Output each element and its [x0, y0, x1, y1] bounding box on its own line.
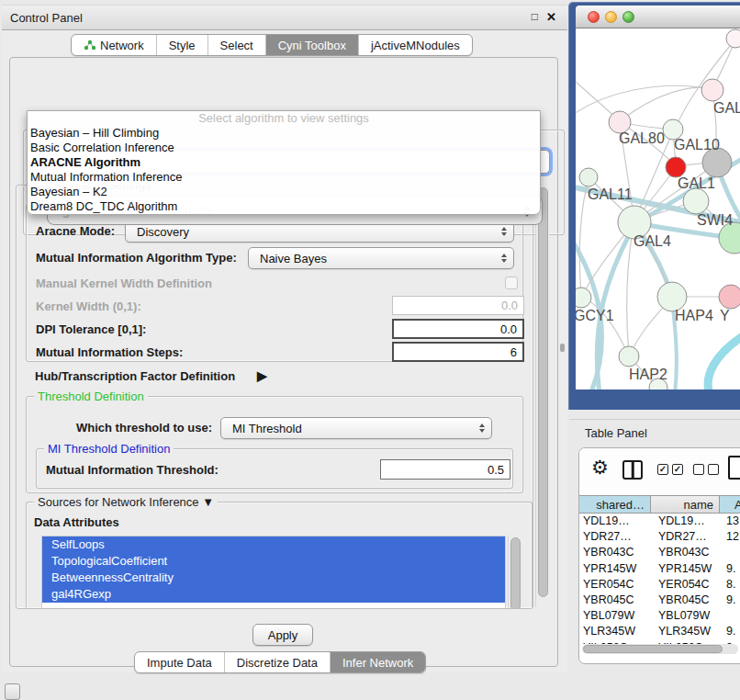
- cyni-toolbox-panel: Inference Algorithm gal-filtered sif def…: [9, 57, 558, 667]
- list-item-selfloops[interactable]: SelfLoops: [42, 536, 505, 553]
- gear-icon[interactable]: ⚙: [591, 457, 609, 479]
- float-window-icon[interactable]: □: [532, 10, 538, 23]
- menu-item-bayesian-hill-climbing[interactable]: Bayesian – Hill Climbing: [28, 126, 540, 141]
- tab-jactivemnodules[interactable]: jActiveMNodules: [359, 35, 472, 55]
- control-panel-window: Control Panel □ ✕ Network Style Select C…: [2, 5, 567, 672]
- tab-infer-network[interactable]: Infer Network: [331, 652, 425, 672]
- cell: YDL19…: [651, 514, 720, 529]
- columns-icon[interactable]: [622, 460, 643, 480]
- network-window-titlebar: [576, 6, 740, 28]
- apply-button[interactable]: Apply: [252, 624, 313, 646]
- menu-item-basic-correlation[interactable]: Basic Correlation Inference: [28, 141, 540, 155]
- cell: YDR27…: [579, 529, 651, 545]
- manual-kernel-checkbox[interactable]: [505, 277, 518, 289]
- node-label: SWI4: [697, 212, 733, 229]
- splitter-grip[interactable]: [560, 344, 565, 352]
- cell: YLR345W: [579, 624, 651, 639]
- tab-jactivemnodules-label: jActiveMNodules: [371, 39, 460, 52]
- mutual-info-threshold-field[interactable]: 0.5: [380, 459, 510, 480]
- list-item-betweennesscentrality[interactable]: BetweennessCentrality: [42, 570, 505, 586]
- mi-algorithm-type-label: Mutual Information Algorithm Type:: [36, 251, 237, 265]
- data-attributes-label: Data Attributes: [34, 515, 119, 529]
- cell: YLR345W: [651, 624, 720, 639]
- chevron-updown-icon: [501, 227, 507, 236]
- table-row[interactable]: YBR045CYBR045C9.: [579, 593, 740, 608]
- column-header-name[interactable]: name: [651, 496, 720, 513]
- tab-select[interactable]: Select: [208, 35, 266, 55]
- table-row[interactable]: YBR043CYBR043C: [579, 545, 740, 560]
- network-node-gcy1[interactable]: [576, 288, 591, 308]
- network-node-selected-red[interactable]: [666, 157, 686, 177]
- table-row[interactable]: YER054CYER054C8.: [579, 577, 740, 593]
- mi-steps-field[interactable]: 6: [392, 342, 524, 362]
- network-node-gal11[interactable]: [579, 168, 598, 186]
- cell: YER054C: [651, 577, 720, 593]
- dpi-tolerance-label: DPI Tolerance [0,1]:: [36, 322, 146, 336]
- collapsed-arrow-icon[interactable]: ▶: [257, 368, 267, 383]
- network-node[interactable]: [726, 29, 740, 48]
- table-row[interactable]: YBL079WYBL079W: [579, 608, 740, 624]
- table-row[interactable]: YPR145WYPR145W9.: [579, 561, 740, 577]
- cell: YDL19…: [579, 514, 651, 529]
- column-header-shared-name[interactable]: shared…: [579, 496, 651, 513]
- network-node-gal1[interactable]: [683, 188, 709, 214]
- kernel-width-value: 0.0: [501, 299, 518, 312]
- node-label: HAP2: [629, 367, 667, 383]
- cyni-algorithm-settings-group: Cyni Algorithm Settings Algorithm Defini…: [16, 185, 533, 609]
- table-row[interactable]: YDL19…YDL19…13: [579, 514, 740, 529]
- zoom-traffic-light[interactable]: [622, 11, 634, 23]
- cell: 8.: [720, 577, 740, 593]
- cell: [720, 545, 740, 560]
- table-row[interactable]: YLR345WYLR345W9.: [579, 624, 740, 639]
- sources-group-label: Sources for Network Inference ▼: [34, 495, 218, 509]
- tab-impute-data[interactable]: Impute Data: [135, 652, 225, 672]
- menu-item-bayesian-k2[interactable]: Bayesian – K2: [28, 185, 540, 199]
- menu-item-dream8[interactable]: Dream8 DC_TDC Algorithm: [28, 199, 540, 214]
- expanded-arrow-icon[interactable]: ▼: [202, 495, 214, 509]
- cell: 12: [720, 529, 740, 545]
- network-node[interactable]: [701, 79, 723, 101]
- table-header-row: shared… name A: [579, 495, 740, 514]
- data-attributes-list[interactable]: SelfLoops TopologicalCoefficient Between…: [41, 536, 506, 609]
- tab-discretize-data-label: Discretize Data: [237, 656, 318, 670]
- minimize-traffic-light[interactable]: [605, 11, 617, 23]
- list-item-topologicalcoefficient[interactable]: TopologicalCoefficient: [42, 553, 505, 570]
- list-item-gal4rgexp[interactable]: gal4RGexp: [42, 586, 505, 603]
- tab-discretize-data[interactable]: Discretize Data: [225, 652, 331, 672]
- network-canvas[interactable]: GAL GAL80 GAL10 GAL11 GAL1 SWI4 GAL4 GCY…: [576, 28, 740, 390]
- mutual-info-threshold-value: 0.5: [488, 463, 504, 477]
- unchecked-checkbox-icon[interactable]: [708, 464, 719, 475]
- cell: YPR145W: [579, 561, 651, 577]
- dropdown-placeholder: Select algorithm to view settings: [28, 111, 540, 126]
- kernel-width-field[interactable]: 0.0: [392, 296, 524, 315]
- checked-checkbox-icon[interactable]: ✓: [672, 464, 683, 475]
- cell: YBL079W: [579, 608, 651, 624]
- table-horizontal-scrollbar[interactable]: [582, 644, 738, 654]
- menu-item-aracne[interactable]: ARACNE Algorithm: [28, 155, 540, 170]
- chevron-updown-icon: [501, 254, 507, 263]
- node-label: HAP4: [675, 308, 713, 324]
- bottom-tab-bar: Impute Data Discretize Data Infer Networ…: [134, 651, 426, 673]
- tab-style[interactable]: Style: [157, 35, 208, 55]
- menu-item-mutual-information[interactable]: Mutual Information Inference: [28, 170, 540, 185]
- mi-algorithm-type-combobox[interactable]: Naive Bayes: [248, 247, 514, 269]
- column-header-partial[interactable]: A: [720, 496, 740, 513]
- tab-network[interactable]: Network: [72, 35, 157, 55]
- which-threshold-combobox[interactable]: MI Threshold: [220, 417, 492, 439]
- settings-scrollbar[interactable]: [535, 185, 549, 607]
- attribute-list-scrollbar[interactable]: [508, 536, 520, 609]
- threshold-definition-group: Threshold Definition Which threshold to …: [26, 396, 523, 493]
- close-icon[interactable]: ✕: [546, 10, 556, 24]
- checked-checkbox-icon[interactable]: ✓: [657, 464, 668, 475]
- cell: YDR27…: [651, 529, 720, 545]
- dpi-tolerance-field[interactable]: 0.0: [392, 319, 524, 339]
- corner-panel-icon[interactable]: [5, 683, 20, 700]
- unchecked-checkbox-icon[interactable]: [693, 464, 704, 475]
- network-node[interactable]: [719, 285, 740, 309]
- tab-cyni-toolbox[interactable]: Cyni Toolbox: [266, 35, 359, 55]
- network-node-hap2[interactable]: [619, 346, 639, 367]
- page-icon[interactable]: [728, 456, 740, 480]
- sources-title-text: Sources for Network Inference: [38, 495, 199, 509]
- close-traffic-light[interactable]: [588, 11, 600, 23]
- table-row[interactable]: YDR27…YDR27…12: [579, 529, 740, 545]
